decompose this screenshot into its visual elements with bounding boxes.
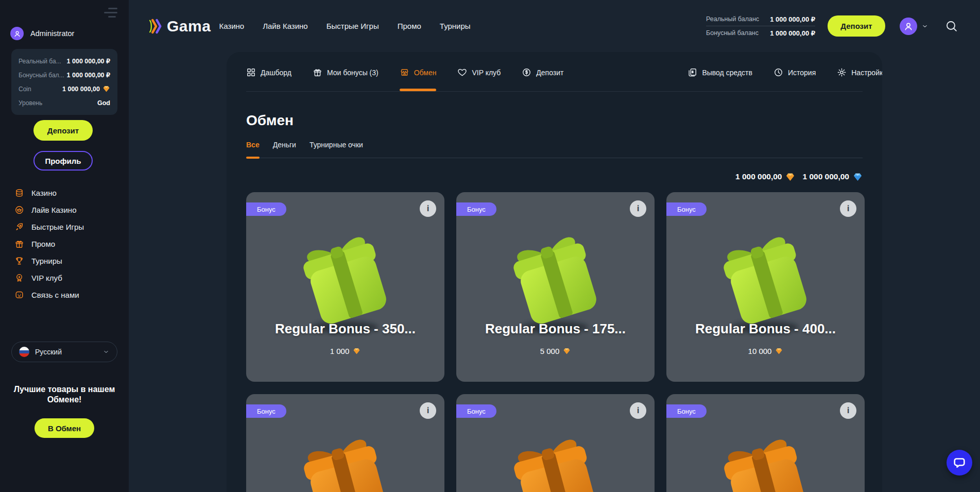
bonus-title: Regular Bonus - 350... bbox=[246, 321, 444, 337]
chat-icon bbox=[14, 290, 24, 300]
real-balance-value: 1 000 000,00 ₽ bbox=[770, 15, 815, 23]
subtab-all[interactable]: Все bbox=[246, 141, 260, 158]
sidebar-item-label: Турниры bbox=[31, 257, 62, 265]
crown-icon bbox=[14, 205, 24, 215]
language-label: Русский bbox=[35, 348, 62, 356]
to-exchange-button[interactable]: В Обмен bbox=[35, 418, 94, 438]
top-nav-tournaments[interactable]: Турниры bbox=[440, 22, 471, 30]
promo-line-1: Лучшие товары в нашем bbox=[5, 384, 124, 395]
header-deposit-button[interactable]: Депозит bbox=[828, 15, 885, 37]
account-panel: Дашборд Мои бонусы (3) Обмен VIP клуб Де… bbox=[227, 52, 882, 492]
tab-my-bonuses[interactable]: Мои бонусы (3) bbox=[313, 67, 379, 90]
coin-wallet: 1 000 000,00 bbox=[735, 172, 796, 182]
withdraw-icon bbox=[687, 67, 697, 77]
orange-gift-image bbox=[286, 421, 405, 492]
bonus-badge: Бонус bbox=[666, 404, 707, 418]
bonus-balance-label: Бонусный баланс bbox=[706, 29, 759, 37]
orange-gem-icon bbox=[563, 347, 571, 355]
header-bonus-balance: Бонусный баланс 1 000 000,00 ₽ bbox=[706, 28, 815, 38]
tab-deposit[interactable]: Депозит bbox=[522, 67, 563, 90]
coin-wallet-value: 1 000 000,00 bbox=[735, 172, 782, 181]
sidebar-item-label: Лайв Казино bbox=[31, 206, 77, 214]
bonus-card[interactable]: Бонус i Regular Bonus - 400... 10 000 bbox=[666, 192, 865, 382]
dashboard-icon bbox=[246, 67, 256, 77]
avatar bbox=[900, 18, 917, 35]
sidebar-nav: Казино Лайв Казино Быстрые Игры Промо Ту… bbox=[14, 184, 125, 303]
bonus-card[interactable]: Бонус i bbox=[456, 394, 655, 492]
bonus-badge: Бонус bbox=[246, 404, 286, 418]
top-nav-fast-games[interactable]: Быстрые Игры bbox=[326, 22, 379, 30]
tab-history[interactable]: История bbox=[773, 67, 816, 90]
info-icon[interactable]: i bbox=[420, 402, 436, 419]
sidebar-item-label: Связь с нами bbox=[31, 291, 79, 299]
info-icon[interactable]: i bbox=[630, 402, 646, 419]
account-menu[interactable] bbox=[900, 18, 929, 35]
sidebar-item-live-casino[interactable]: Лайв Казино bbox=[14, 201, 125, 218]
blue-gem-icon bbox=[853, 172, 863, 182]
bonus-price: 10 000 bbox=[666, 347, 865, 355]
chat-widget-button[interactable] bbox=[947, 450, 972, 476]
bonus-balance-row: Бонусный бал... 1 000 000,00 ₽ bbox=[19, 68, 110, 82]
sidebar: Administrator Реальный ба... 1 000 000,0… bbox=[0, 0, 129, 492]
trophy-icon bbox=[14, 256, 24, 266]
bonus-badge: Бонус bbox=[246, 202, 286, 216]
chevron-down-icon bbox=[921, 23, 929, 30]
bonus-card[interactable]: Бонус i bbox=[666, 394, 865, 492]
orange-gem-icon bbox=[785, 172, 795, 182]
bonus-price-value: 10 000 bbox=[748, 347, 772, 355]
info-icon[interactable]: i bbox=[840, 200, 856, 217]
info-icon[interactable]: i bbox=[630, 200, 646, 217]
balance-divider bbox=[706, 26, 815, 26]
sidebar-item-tournaments[interactable]: Турниры bbox=[14, 252, 125, 269]
top-nav-live-casino[interactable]: Лайв Казино bbox=[263, 22, 308, 30]
tab-withdraw[interactable]: Вывод средств bbox=[687, 67, 752, 90]
bonus-card-grid: Бонус i Regular Bonus - 350... 1 000 Бон… bbox=[246, 192, 863, 492]
search-icon[interactable] bbox=[945, 20, 958, 32]
sidebar-item-promo[interactable]: Промо bbox=[14, 235, 125, 252]
subtab-money[interactable]: Деньги bbox=[273, 141, 296, 158]
points-wallet: 1 000 000,00 bbox=[802, 172, 863, 182]
brand-name: Gama bbox=[167, 18, 211, 35]
tab-label: Обмен bbox=[414, 69, 437, 77]
orange-gift-image bbox=[707, 421, 825, 492]
info-icon[interactable]: i bbox=[840, 402, 856, 419]
sidebar-deposit-button[interactable]: Депозит bbox=[33, 120, 93, 141]
promo-text: Лучшие товары в нашем Обмене! bbox=[5, 384, 124, 404]
sidebar-item-fast-games[interactable]: Быстрые Игры bbox=[14, 218, 125, 235]
exchange-filter-tabs: Все Деньги Турнирные очки bbox=[246, 141, 863, 158]
real-balance-label: Реальный баланс bbox=[706, 15, 759, 23]
language-selector[interactable]: Русский bbox=[11, 342, 117, 362]
bonus-balance-value: 1 000 000,00 ₽ bbox=[67, 71, 110, 79]
tab-label: VIP клуб bbox=[472, 69, 501, 77]
sidebar-item-vip-club[interactable]: VIP клуб bbox=[14, 269, 125, 286]
bonus-title: Regular Bonus - 175... bbox=[456, 321, 655, 337]
subtab-tournament-points[interactable]: Турнирные очки bbox=[310, 141, 363, 158]
bonus-card[interactable]: Бонус i Regular Bonus - 350... 1 000 bbox=[246, 192, 444, 382]
sidebar-item-contact-us[interactable]: Связь с нами bbox=[14, 286, 125, 303]
tab-vip-club[interactable]: VIP клуб bbox=[457, 67, 501, 90]
user-name: Administrator bbox=[30, 29, 74, 38]
bonus-card[interactable]: Бонус i bbox=[246, 394, 444, 492]
bonus-card[interactable]: Бонус i Regular Bonus - 175... 5 000 bbox=[456, 192, 655, 382]
coin-value: 1 000 000,00 bbox=[62, 85, 110, 93]
top-nav-promo[interactable]: Промо bbox=[398, 22, 421, 30]
gama-logo[interactable]: Gama bbox=[148, 17, 211, 36]
menu-icon[interactable] bbox=[104, 8, 117, 18]
sidebar-profile-button[interactable]: Профиль bbox=[33, 151, 93, 171]
level-label: Уровень bbox=[19, 99, 42, 107]
top-nav-casino[interactable]: Казино bbox=[219, 22, 244, 30]
info-icon[interactable]: i bbox=[420, 200, 436, 217]
tab-exchange[interactable]: Обмен bbox=[400, 67, 437, 90]
sidebar-item-casino[interactable]: Казино bbox=[14, 184, 125, 201]
tab-dashboard[interactable]: Дашборд bbox=[246, 67, 291, 90]
bonus-price-value: 5 000 bbox=[540, 347, 560, 355]
wallet-row: 1 000 000,00 1 000 000,00 bbox=[246, 172, 863, 182]
top-bar: Gama Казино Лайв Казино Быстрые Игры Про… bbox=[129, 0, 980, 52]
tab-account-settings[interactable]: Настройки аккаунта bbox=[837, 67, 882, 90]
orange-gem-icon bbox=[353, 347, 360, 355]
heart-icon bbox=[457, 67, 467, 77]
bonus-balance-label: Бонусный бал... bbox=[19, 72, 64, 79]
user-profile[interactable]: Administrator bbox=[10, 27, 74, 40]
real-balance-value: 1 000 000,00 ₽ bbox=[67, 57, 110, 65]
tab-label: История bbox=[788, 69, 816, 77]
